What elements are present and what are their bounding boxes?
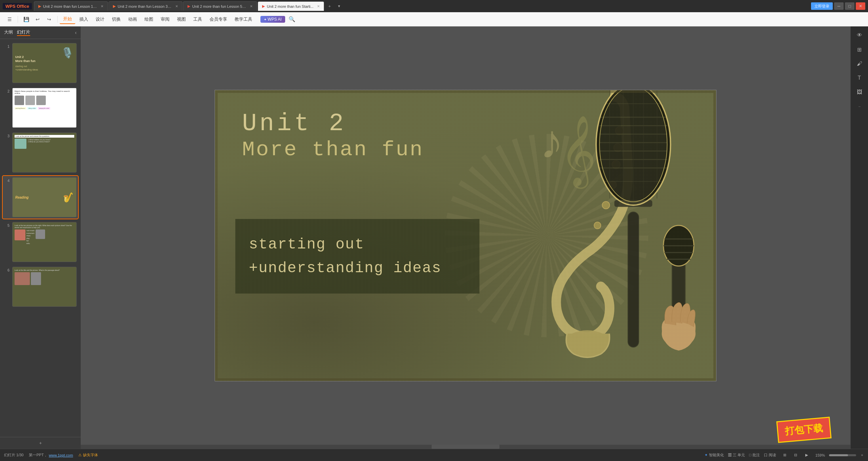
zoom-level: 159% bbox=[815, 453, 825, 457]
svg-point-7 bbox=[602, 201, 610, 209]
font-status[interactable]: ⚠缺失字体 bbox=[78, 453, 98, 458]
undo-icon[interactable]: ↩ bbox=[33, 15, 42, 24]
zoom-slider[interactable] bbox=[829, 454, 856, 456]
right-icon-more[interactable]: ··· bbox=[853, 100, 866, 113]
maximize-btn[interactable]: □ bbox=[845, 2, 854, 10]
save-icon[interactable]: 💾 bbox=[21, 15, 31, 24]
slide-preview-2: Match these people to their hobbies. You… bbox=[12, 88, 77, 128]
wps-ai-btn[interactable]: ✦ WPS AI bbox=[260, 16, 285, 23]
slide-number-2: 2 bbox=[4, 89, 9, 93]
sidebar-tabs: 大纲 幻灯片 bbox=[4, 29, 30, 36]
new-tab-btn[interactable]: ＋ bbox=[325, 2, 334, 10]
status-bar: 幻灯片 1/30 第一PPT，www.1ppt.com ⚠缺失字体 ✦智能美化 … bbox=[0, 449, 868, 461]
window-controls: 立即登录 ─ □ ✕ bbox=[811, 2, 865, 10]
right-icons-panel: 👁 ⊞ 🖌 T 🖼 ··· bbox=[850, 26, 868, 449]
view-grid[interactable]: ⊟ bbox=[791, 450, 801, 460]
menu-review[interactable]: 审阅 bbox=[157, 15, 173, 24]
title-bar: WPS Office ▶ Unit 2 more than fun Lesson… bbox=[0, 0, 868, 12]
sidebar: 大纲 幻灯片 ‹ 1 Unit 2More than fun starting … bbox=[0, 26, 81, 449]
right-panel: Unit 2 More than fun starting out +under… bbox=[81, 26, 868, 449]
right-icon-layout[interactable]: ⊞ bbox=[853, 43, 866, 56]
slides-list: 1 Unit 2More than fun starting out+under… bbox=[0, 39, 81, 437]
menu-view[interactable]: 视图 bbox=[174, 15, 189, 24]
menu-bar: ☰ 💾 ↩ ↪ 开始 插入 设计 切换 动画 绘图 审阅 视图 工具 会员专享 … bbox=[0, 12, 868, 26]
slide-thumb-2[interactable]: 2 Match these people to their hobbies. Y… bbox=[3, 86, 78, 129]
slide-number-1: 1 bbox=[4, 44, 9, 48]
slide-number-5: 5 bbox=[4, 223, 9, 227]
svg-point-8 bbox=[594, 222, 601, 229]
menu-start[interactable]: 开始 bbox=[60, 15, 75, 24]
horizontal-scrollbar[interactable] bbox=[81, 445, 850, 449]
right-icon-text[interactable]: T bbox=[853, 72, 866, 84]
menu-draw[interactable]: 绘图 bbox=[141, 15, 157, 24]
sidebar-tab-outline[interactable]: 大纲 bbox=[4, 29, 13, 36]
svg-rect-9 bbox=[628, 212, 639, 347]
download-stamp[interactable]: 打包下载 bbox=[776, 417, 832, 443]
svg-text:𝄞: 𝄞 bbox=[560, 116, 596, 189]
slide-count: 幻灯片 1/30 bbox=[4, 453, 23, 458]
view-present[interactable]: ▶ bbox=[802, 450, 811, 460]
sidebar-collapse-btn[interactable]: ‹ bbox=[75, 30, 77, 35]
slide-box-line1: starting out bbox=[249, 233, 466, 256]
slide-area: Unit 2 More than fun starting out +under… bbox=[81, 26, 850, 449]
view-icons: ⊞ ⊟ ▶ bbox=[780, 450, 811, 460]
slide-number-3: 3 bbox=[4, 134, 9, 138]
minimize-btn[interactable]: ─ bbox=[834, 2, 844, 10]
menu-design[interactable]: 设计 bbox=[92, 15, 108, 24]
slide-preview-5: Look at the two pictures on the right. W… bbox=[12, 222, 77, 262]
search-icon[interactable]: 🔍 bbox=[289, 16, 295, 22]
view-normal[interactable]: ⊞ bbox=[780, 450, 790, 460]
right-icon-image[interactable]: 🖼 bbox=[853, 86, 866, 98]
main-slide[interactable]: Unit 2 More than fun starting out +under… bbox=[215, 90, 716, 381]
slide-thumb-4[interactable]: 4 Reading 🎷 bbox=[3, 176, 78, 219]
tabs-row: ▶ Unit 2 more than fun Lesson 1 St... ✕ … bbox=[34, 1, 809, 11]
slide-number-6: 6 bbox=[4, 268, 9, 272]
slide-preview-3: Look at the picture and answer the quest… bbox=[12, 133, 77, 173]
tab-1[interactable]: ▶ Unit 2 more than fun Lesson 1 St... ✕ bbox=[34, 1, 108, 11]
app-source: 第一PPT，www.1ppt.com bbox=[29, 453, 73, 458]
slide-thumb-1[interactable]: 1 Unit 2More than fun starting out+under… bbox=[3, 42, 78, 84]
slide-container: Unit 2 More than fun starting out +under… bbox=[81, 26, 850, 445]
tab-2[interactable]: ▶ Unit 2 more than fun Lesson 3 De... ✕ bbox=[108, 1, 182, 11]
unit-btn[interactable]: ☰ 三 单元 bbox=[728, 453, 745, 458]
login-button[interactable]: 立即登录 bbox=[811, 2, 833, 10]
slide-preview-1: Unit 2More than fun starting out+underst… bbox=[12, 43, 77, 83]
redo-icon[interactable]: ↪ bbox=[44, 15, 54, 24]
tab-dropdown-btn[interactable]: ▾ bbox=[334, 2, 344, 10]
smart-btn[interactable]: ✦智能美化 bbox=[705, 453, 724, 458]
slide-preview-6: Look at the title and the picture. What … bbox=[12, 267, 77, 307]
sidebar-tab-slides[interactable]: 幻灯片 bbox=[17, 29, 30, 36]
right-icon-brush[interactable]: 🖌 bbox=[853, 58, 866, 70]
notes-btn[interactable]: □ 批注 bbox=[749, 453, 760, 458]
menu-teaching[interactable]: 教学工具 bbox=[231, 15, 256, 24]
slide-preview-4: Reading 🎷 bbox=[12, 177, 77, 217]
slide-thumb-3[interactable]: 3 Look at the picture and answer the que… bbox=[3, 131, 78, 174]
sidebar-header: 大纲 幻灯片 ‹ bbox=[0, 26, 81, 39]
tab-3[interactable]: ▶ Unit 2 more than fun Lesson 5 Pre... ✕ bbox=[183, 1, 257, 11]
slide-thumb-5[interactable]: 5 Look at the two pictures on the right.… bbox=[3, 221, 78, 263]
status-right: ✦智能美化 ☰ 三 单元 □ 批注 口 阅读 ⊞ ⊟ ▶ 159% ＋ bbox=[705, 450, 864, 460]
slide-thumb-6[interactable]: 6 Look at the title and the picture. Wha… bbox=[3, 265, 78, 308]
menu-insert[interactable]: 插入 bbox=[76, 15, 92, 24]
slide-box-line2: +understanding ideas bbox=[249, 256, 466, 280]
slide-unit-text: Unit 2 bbox=[242, 111, 424, 137]
tab-4[interactable]: ▶ Unit 2 more than fun Starti... ✕ bbox=[258, 1, 324, 11]
slide-dark-box: starting out +understanding ideas bbox=[235, 219, 479, 294]
menu-toggle-icon[interactable]: ☰ bbox=[5, 15, 14, 24]
slide-title-area: Unit 2 More than fun bbox=[242, 111, 424, 163]
toolbar-icons: ☰ 💾 ↩ ↪ bbox=[5, 15, 59, 24]
slide-number-4: 4 bbox=[4, 179, 9, 183]
menu-animation[interactable]: 动画 bbox=[125, 15, 140, 24]
app-logo: WPS Office bbox=[3, 3, 32, 9]
main-layout: 大纲 幻灯片 ‹ 1 Unit 2More than fun starting … bbox=[0, 26, 868, 449]
menu-member[interactable]: 会员专享 bbox=[206, 15, 231, 24]
zoom-plus[interactable]: ＋ bbox=[860, 453, 864, 458]
plus-icon: ＋ bbox=[38, 440, 43, 446]
slide-subtitle-text: More than fun bbox=[242, 137, 424, 162]
close-btn[interactable]: ✕ bbox=[856, 2, 865, 10]
read-btn[interactable]: 口 阅读 bbox=[764, 453, 776, 458]
add-slide-btn[interactable]: ＋ bbox=[0, 437, 81, 449]
menu-transition[interactable]: 切换 bbox=[108, 15, 124, 24]
right-icon-eye[interactable]: 👁 bbox=[853, 29, 866, 41]
menu-tools[interactable]: 工具 bbox=[190, 15, 205, 24]
